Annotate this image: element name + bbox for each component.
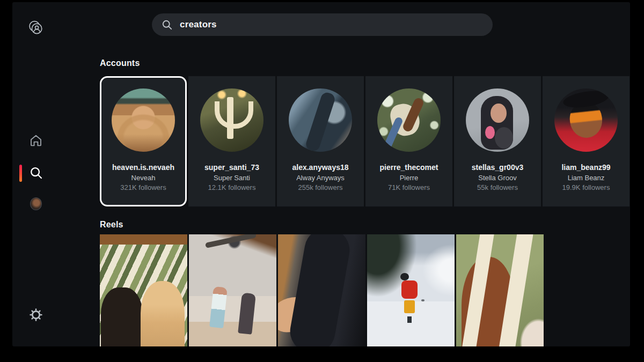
settings-button[interactable] [29, 308, 43, 322]
account-card[interactable]: stellas_gr00v3 Stella Groov 55k follower… [454, 76, 541, 206]
account-followers: 12.1K followers [208, 183, 256, 193]
account-avatar [112, 88, 175, 152]
account-avatar [377, 88, 441, 152]
account-card[interactable]: pierre_thecomet Pierre 71K followers [365, 76, 452, 206]
account-switcher-icon [28, 20, 44, 36]
profile-nav-button[interactable] [30, 198, 42, 210]
account-display-name: Liam Beanz [568, 173, 605, 183]
account-avatar [289, 88, 352, 152]
account-username: stellas_gr00v3 [472, 162, 524, 173]
active-nav-indicator [19, 165, 22, 182]
home-icon [28, 133, 43, 148]
accounts-row: heaven.is.nevaeh Neveah 321K followers s… [100, 76, 630, 206]
reel-thumbnail[interactable] [189, 234, 276, 346]
account-card[interactable]: liam_beanz99 Liam Beanz 19.9K followers [543, 76, 630, 206]
account-display-name: Stella Groov [478, 173, 517, 183]
reel-thumbnail[interactable] [100, 234, 187, 346]
search-input[interactable]: creators [152, 13, 493, 36]
account-display-name: Pierre [400, 173, 419, 183]
account-card[interactable]: heaven.is.nevaeh Neveah 321K followers [100, 76, 187, 206]
home-button[interactable] [28, 133, 43, 148]
profile-avatar [30, 197, 42, 210]
account-followers: 19.9K followers [562, 183, 610, 193]
reel-thumbnail[interactable] [367, 234, 455, 346]
account-username: heaven.is.nevaeh [112, 162, 174, 173]
search-icon [29, 166, 43, 180]
account-username: alex.anyways18 [292, 162, 348, 173]
settings-gear-icon [29, 308, 43, 322]
account-avatar [466, 88, 529, 152]
account-avatar [554, 88, 618, 152]
account-username: liam_beanz99 [561, 162, 610, 173]
account-card[interactable]: super_santi_73 Super Santi 12.1K followe… [188, 76, 275, 206]
account-followers: 55k followers [477, 183, 518, 193]
account-switcher-button[interactable] [28, 20, 44, 36]
app-window: creators Accounts heaven.is.nevaeh Nevea… [12, 2, 630, 346]
account-username: pierre_thecomet [380, 162, 438, 173]
account-display-name: Neveah [131, 173, 156, 183]
account-display-name: Alway Anyways [296, 173, 345, 183]
account-followers: 255k followers [298, 183, 342, 193]
account-followers: 71K followers [388, 183, 430, 193]
search-nav-button[interactable] [29, 166, 43, 180]
account-display-name: Super Santi [214, 173, 250, 183]
account-username: super_santi_73 [204, 162, 259, 173]
account-followers: 321K followers [120, 183, 166, 193]
reels-row [100, 234, 545, 346]
reels-heading: Reels [100, 220, 123, 230]
reel-thumbnail[interactable] [456, 234, 544, 346]
reel-thumbnail[interactable] [278, 234, 365, 346]
account-card[interactable]: alex.anyways18 Alway Anyways 255k follow… [277, 76, 364, 206]
search-query-text: creators [180, 19, 217, 30]
accounts-heading: Accounts [100, 58, 140, 68]
screen-frame: creators Accounts heaven.is.nevaeh Nevea… [0, 0, 644, 362]
search-icon [162, 19, 173, 31]
account-avatar [200, 88, 264, 152]
